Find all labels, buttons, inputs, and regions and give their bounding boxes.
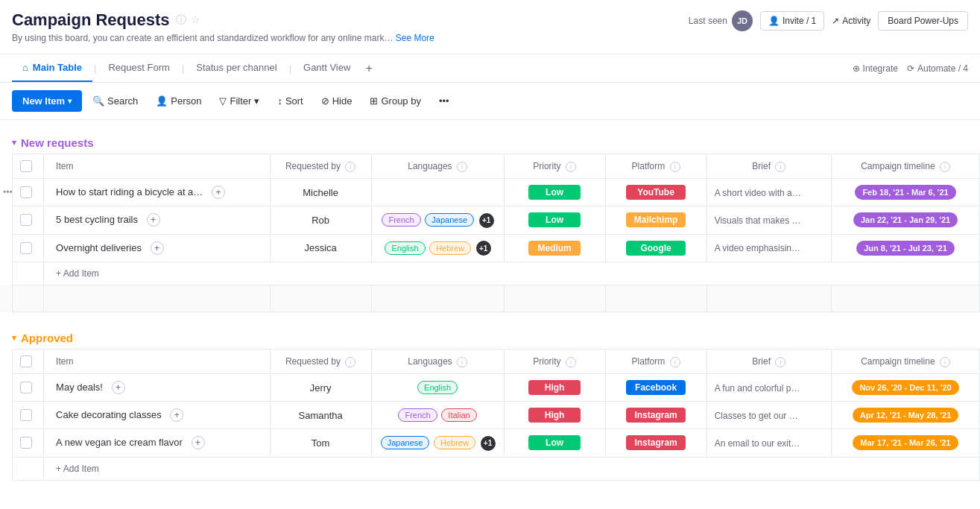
item-name: A new vegan ice cream flavor + — [44, 429, 271, 458]
sort-button[interactable]: ↕ Sort — [270, 91, 310, 111]
row-checkbox[interactable] — [13, 234, 44, 262]
search-button[interactable]: 🔍 Search — [85, 91, 145, 111]
platform-cell[interactable]: Instagram — [605, 402, 706, 429]
row-dots[interactable] — [0, 429, 13, 458]
platform-cell[interactable]: Facebook — [605, 374, 706, 402]
row-dots[interactable] — [0, 206, 13, 235]
row-checkbox[interactable] — [13, 179, 44, 206]
lang-more[interactable]: +1 — [479, 213, 494, 228]
row-checkbox[interactable] — [13, 402, 44, 429]
info-icon[interactable]: i — [566, 162, 576, 172]
row-checkbox[interactable] — [13, 374, 44, 402]
platform-cell[interactable]: Instagram — [605, 429, 706, 458]
top-header: Campaign Requests ⓘ ☆ By using this boar… — [0, 0, 980, 54]
lang-tag-french[interactable]: French — [382, 213, 420, 227]
add-subitem-button[interactable]: + — [192, 436, 205, 449]
new-requests-tbody: ••• How to start riding a bicycle at a… … — [0, 179, 980, 312]
more-button[interactable]: ••• — [431, 91, 457, 111]
row-dots[interactable] — [0, 234, 13, 262]
header-checkbox[interactable] — [20, 355, 32, 367]
header-checkbox[interactable] — [20, 160, 32, 172]
filter-button[interactable]: ▽ Filter ▾ — [212, 91, 267, 111]
timeline-badge: Feb 18, '21 - Mar 6, '21 — [855, 185, 955, 200]
tab-status-per-channel[interactable]: Status per channel — [186, 54, 287, 82]
activity-button[interactable]: ↗ Activity — [832, 16, 870, 26]
lang-tag-english[interactable]: English — [385, 241, 425, 255]
add-subitem-button[interactable]: + — [147, 213, 160, 227]
group-by-button[interactable]: ⊞ Group by — [362, 91, 428, 111]
row-dots[interactable] — [0, 402, 13, 429]
info-icon[interactable]: i — [670, 357, 680, 367]
platform-cell[interactable]: Mailchimp — [605, 206, 706, 235]
row-dots[interactable]: ••• — [0, 179, 13, 206]
languages-cell: French Italian — [371, 402, 504, 429]
languages-col-header: Languages i — [371, 154, 504, 179]
info-icon[interactable]: i — [457, 357, 467, 367]
group-icon: ⊞ — [370, 95, 378, 107]
row-dots[interactable] — [0, 374, 13, 402]
info-icon[interactable]: i — [775, 357, 785, 367]
new-item-button[interactable]: New Item ▾ — [12, 90, 82, 112]
add-tab-button[interactable]: + — [361, 56, 376, 81]
add-item-label[interactable]: + Add Item — [44, 457, 980, 480]
add-item-row[interactable]: + Add Item — [0, 457, 980, 480]
info-icon[interactable]: i — [775, 162, 785, 172]
hide-button[interactable]: ⊘ Hide — [314, 91, 360, 111]
priority-cell[interactable]: Low — [504, 179, 605, 206]
requested-by: Michelle — [270, 179, 371, 206]
requested-by: Jerry — [270, 374, 371, 402]
lang-tag-hebrew[interactable]: Hebrew — [429, 241, 471, 255]
integrate-button[interactable]: ⊕ Integrate — [853, 63, 898, 74]
lang-tag-japanese[interactable]: Japanese — [381, 436, 430, 449]
priority-cell[interactable]: Medium — [504, 234, 605, 262]
brief-cell: Classes to get our … — [706, 402, 831, 429]
row-checkbox[interactable] — [13, 206, 44, 235]
platform-cell[interactable]: YouTube — [605, 179, 706, 206]
add-subitem-button[interactable]: + — [170, 408, 183, 422]
info-icon[interactable]: ⓘ — [176, 13, 186, 27]
platform-cell[interactable]: Google — [605, 234, 706, 262]
info-icon[interactable]: i — [670, 162, 680, 172]
info-icon[interactable]: i — [940, 357, 950, 367]
tab-gantt-view[interactable]: Gantt View — [293, 54, 361, 82]
see-more-link[interactable]: See More — [396, 33, 434, 43]
priority-badge: Low — [528, 435, 581, 450]
power-ups-button[interactable]: Board Power-Ups — [878, 11, 968, 31]
add-subitem-button[interactable]: + — [112, 381, 125, 394]
priority-cell[interactable]: High — [504, 402, 605, 429]
priority-cell[interactable]: Low — [504, 429, 605, 458]
brief-text: Classes to get our … — [715, 411, 798, 421]
priority-cell[interactable]: High — [504, 374, 605, 402]
info-icon[interactable]: i — [566, 357, 576, 367]
chevron-icon: ▾ — [12, 333, 16, 343]
add-item-row[interactable]: + Add Item — [0, 262, 980, 285]
lang-more[interactable]: +1 — [476, 241, 491, 256]
invite-button[interactable]: 👤 Invite / 1 — [760, 11, 824, 31]
section-header-approved[interactable]: ▾ Approved — [0, 327, 980, 349]
automate-button[interactable]: ⟳ Automate / 4 — [907, 63, 968, 74]
lang-tag-japanese[interactable]: Japanese — [425, 213, 474, 227]
priority-badge: Low — [528, 212, 581, 227]
info-icon[interactable]: i — [345, 357, 355, 367]
languages-cell — [371, 179, 504, 206]
lang-tag-italian[interactable]: Italian — [441, 408, 476, 422]
tab-main-table[interactable]: ⌂ Main Table — [12, 54, 92, 82]
info-icon[interactable]: i — [345, 162, 355, 172]
tab-request-form[interactable]: Request Form — [98, 54, 180, 82]
info-icon[interactable]: i — [940, 162, 950, 172]
person-filter-button[interactable]: 👤 Person — [148, 91, 209, 111]
row-checkbox[interactable] — [13, 429, 44, 458]
lang-tag-hebrew[interactable]: Hebrew — [434, 436, 475, 449]
lang-tag-english[interactable]: English — [417, 381, 458, 394]
lang-more[interactable]: +1 — [481, 436, 496, 451]
add-item-label[interactable]: + Add Item — [44, 262, 980, 285]
platform-badge: Facebook — [626, 380, 686, 395]
info-icon[interactable]: i — [457, 162, 467, 172]
add-subitem-button[interactable]: + — [151, 241, 164, 255]
star-icon[interactable]: ☆ — [191, 13, 200, 27]
lang-tag-french[interactable]: French — [398, 408, 437, 422]
section-header-new-requests[interactable]: ▾ New requests — [0, 132, 980, 154]
add-subitem-button[interactable]: + — [212, 186, 225, 199]
priority-cell[interactable]: Low — [504, 206, 605, 235]
priority-col-header: Priority i — [504, 154, 605, 179]
